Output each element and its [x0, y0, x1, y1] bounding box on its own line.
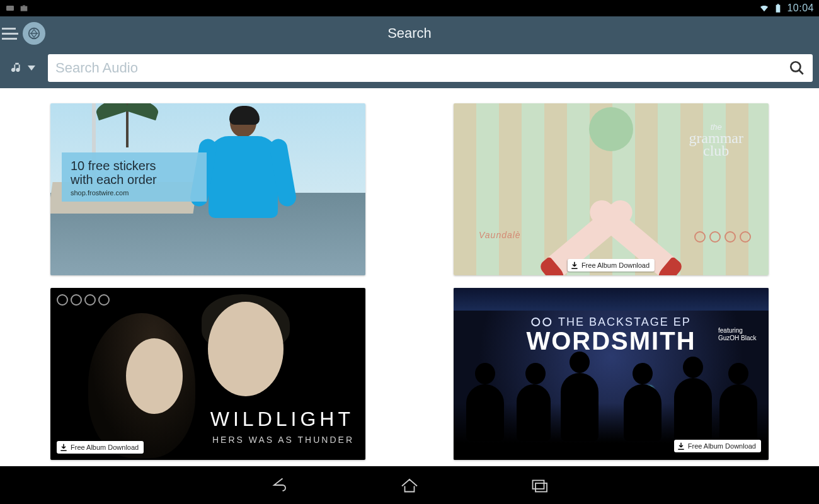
license-badges	[57, 294, 110, 306]
promo-card-stickers[interactable]: 10 free stickers with each order shop.fr…	[50, 103, 365, 275]
search-category-dropdown[interactable]	[4, 54, 42, 82]
search-icon[interactable]	[789, 60, 805, 76]
download-icon	[570, 261, 579, 270]
download-label: Free Album Download	[71, 444, 139, 451]
search-row	[0, 50, 819, 88]
status-left	[5, 3, 29, 13]
album-subtitle: HERS WAS AS THUNDER	[212, 435, 354, 445]
promo-overlay: 10 free stickers with each order shop.fr…	[62, 152, 207, 202]
app-logo[interactable]	[23, 22, 45, 45]
album-title: WORDSMITH	[526, 327, 696, 355]
status-clock: 10:04	[787, 3, 814, 14]
back-button[interactable]	[268, 474, 291, 496]
notification-icon	[5, 3, 15, 13]
promo-subtext: shop.frostwire.com	[71, 189, 198, 197]
album-sideword: Vaundalè	[479, 230, 521, 240]
svg-rect-5	[536, 483, 547, 492]
download-badge[interactable]: Free Album Download	[674, 440, 761, 452]
music-note-icon	[10, 61, 24, 75]
promo-line2: with each order	[71, 173, 198, 186]
search-box	[48, 54, 813, 82]
battery-icon	[773, 3, 783, 13]
menu-button[interactable]	[0, 16, 20, 50]
status-right: 10:04	[759, 3, 814, 14]
page-title: Search	[387, 25, 432, 42]
album-brand: the grammar club	[689, 122, 743, 157]
album-title: WILDLIGHT	[210, 408, 354, 431]
notification-icon	[19, 3, 29, 13]
svg-line-3	[799, 70, 803, 74]
search-input[interactable]	[55, 60, 789, 76]
wifi-icon	[759, 3, 769, 13]
home-button[interactable]	[398, 474, 421, 496]
download-badge[interactable]: Free Album Download	[568, 259, 655, 272]
chevron-down-icon	[28, 66, 35, 71]
album-card-grammar-club[interactable]: the grammar club Vaundalè Free Album Dow…	[454, 103, 769, 275]
android-nav-bar	[0, 466, 819, 504]
svg-point-2	[791, 62, 800, 71]
results-grid: 10 free stickers with each order shop.fr…	[0, 88, 819, 466]
promo-line1: 10 free stickers	[71, 159, 198, 173]
download-badge[interactable]: Free Album Download	[57, 441, 144, 454]
download-icon	[677, 442, 685, 450]
download-label: Free Album Download	[688, 442, 756, 450]
android-status-bar: 10:04	[0, 0, 819, 16]
app-header: Search	[0, 16, 819, 50]
svg-rect-4	[533, 481, 544, 490]
album-featuring: featuring GuzOH Black	[718, 327, 757, 342]
album-card-wordsmith[interactable]: THE BACKSTAGE EP WORDSMITH featuring Guz…	[454, 288, 769, 460]
download-icon	[59, 443, 68, 452]
album-card-wildlight[interactable]: WILDLIGHT HERS WAS AS THUNDER Free Album…	[50, 288, 365, 460]
decorative-circles	[694, 231, 751, 243]
download-label: Free Album Download	[581, 261, 650, 269]
recent-apps-button[interactable]	[528, 474, 551, 496]
svg-rect-0	[6, 6, 14, 11]
